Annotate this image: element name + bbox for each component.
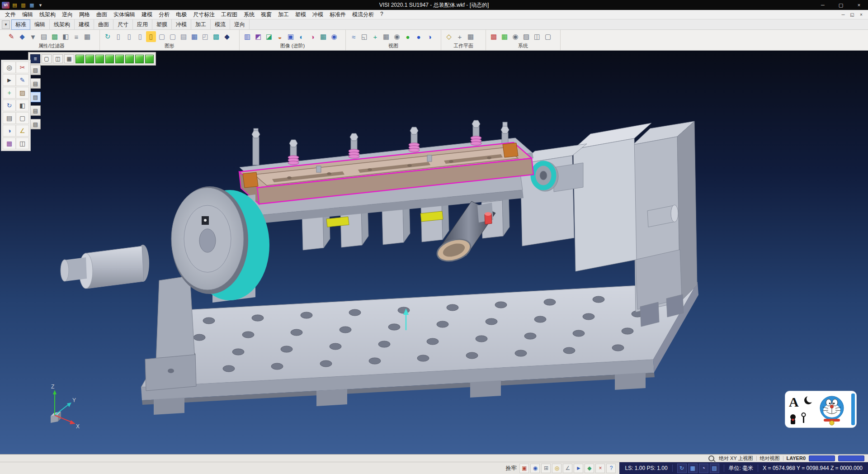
view-preset-button-2[interactable]: ▤	[30, 78, 41, 89]
tab-surface[interactable]: 曲面	[94, 19, 113, 30]
cylinder-display-active-icon[interactable]: ▯	[146, 31, 156, 42]
erase-tool-icon[interactable]: ▨	[16, 87, 29, 99]
solid-filter-icon[interactable]: ▦	[82, 31, 92, 42]
ucs-icon[interactable]: +	[455, 31, 465, 42]
tab-standard[interactable]: 标准	[11, 19, 30, 30]
attribute-brush-icon[interactable]: ◆	[17, 31, 27, 42]
tab-wireframe[interactable]: 线架构	[50, 19, 75, 30]
wire-filter-icon[interactable]: ≡	[71, 31, 81, 42]
shade-tool-icon[interactable]: ◑	[3, 125, 16, 137]
coord-lock-icon[interactable]: ▣	[519, 464, 529, 473]
sketch-tool-icon[interactable]: ✎	[16, 74, 29, 86]
cylinder-display-icon-1[interactable]: ▯	[113, 31, 123, 42]
cylinder-display-icon-2[interactable]: ▯	[124, 31, 134, 42]
menu-item[interactable]: 视窗	[258, 10, 275, 19]
axes-icon[interactable]: +	[370, 31, 380, 42]
angle-snap-icon[interactable]: ∠	[563, 464, 572, 473]
sheet-tool-icon[interactable]: ▢	[16, 112, 29, 124]
rendered-sphere-icon[interactable]: ●	[414, 31, 424, 42]
attributes-pencil-icon[interactable]: ✎	[6, 31, 16, 42]
image-tool-icon-1[interactable]: ▥	[242, 31, 252, 42]
sheet-icon-2[interactable]: ▢	[168, 31, 178, 42]
measure-tool-icon[interactable]: ∠	[16, 125, 29, 137]
workplane-icon[interactable]: ◇	[444, 31, 454, 42]
tab-machining[interactable]: 加工	[191, 19, 211, 30]
magnet-snap-icon[interactable]: ◎	[552, 464, 561, 473]
trim-tool-icon[interactable]: ✂	[16, 62, 29, 73]
minimize-button[interactable]: ─	[814, 0, 832, 10]
color-filter-icon[interactable]: ▩	[50, 31, 60, 42]
image-tool-icon-6[interactable]: ◐	[297, 31, 307, 42]
menu-item[interactable]: ?	[377, 10, 387, 19]
view-mode-label[interactable]: 绝对视图	[760, 455, 780, 462]
menu-item[interactable]: 线架构	[36, 10, 59, 19]
menu-item[interactable]: 标准件	[326, 10, 349, 19]
regenerate-icon[interactable]: ↻	[103, 31, 113, 42]
window-single-icon[interactable]: ▢	[42, 54, 52, 63]
refresh-coords-icon[interactable]: ↻	[677, 464, 687, 473]
image-tool-icon-9[interactable]: ◉	[329, 31, 339, 42]
menu-item[interactable]: 编辑	[19, 10, 36, 19]
grid-toggle-icon[interactable]: ▦	[688, 464, 698, 473]
view-preset-button-1[interactable]: ▤	[30, 65, 41, 75]
system-table-icon[interactable]: ◫	[532, 31, 542, 42]
menu-item[interactable]: 实体编辑	[110, 10, 138, 19]
menu-item[interactable]: 模流分析	[349, 10, 377, 19]
tab-dimension[interactable]: 尺寸	[113, 19, 133, 30]
clock-icon[interactable]: ◔	[699, 464, 708, 473]
image-tool-icon-2[interactable]: ◩	[253, 31, 263, 42]
tab-plastic[interactable]: 塑膜	[152, 19, 172, 30]
viewport-menu-icon[interactable]: ≡	[30, 54, 40, 63]
menu-item[interactable]: 建模	[138, 10, 156, 19]
child-close-button[interactable]: ×	[857, 12, 866, 17]
half-shade-icon[interactable]: ◑	[425, 31, 434, 42]
cylinder-display-icon-3[interactable]: ▯	[135, 31, 145, 42]
view-top-icon[interactable]	[85, 55, 94, 63]
snap-grid-icon[interactable]: ⊞	[541, 464, 551, 473]
new-document-icon[interactable]: ▤	[11, 1, 19, 9]
palette-tool-icon[interactable]: ▩	[3, 137, 16, 149]
layers-tool-icon[interactable]: ▤	[3, 112, 16, 124]
database-icon[interactable]: ▦	[189, 31, 199, 42]
track-icon[interactable]: ►	[574, 464, 583, 473]
system-doc-icon[interactable]: ▢	[543, 31, 553, 42]
maximize-button[interactable]: ▢	[832, 0, 850, 10]
menu-item[interactable]: 逆向	[59, 10, 76, 19]
view-preset-button-3[interactable]: ▤	[30, 92, 41, 102]
view-iso-icon[interactable]	[75, 55, 84, 63]
tab-moldflow[interactable]: 模流	[211, 19, 230, 30]
wave-analysis-icon[interactable]: ≈	[349, 31, 359, 42]
tab-edit[interactable]: 编辑	[30, 19, 50, 30]
window-split-icon[interactable]: ◫	[53, 54, 63, 63]
3d-viewport[interactable]: Z Y X ≡ ▢◫▦ ▤▤▤▤▤	[0, 51, 868, 454]
layers-toggle-icon[interactable]: ▤	[710, 464, 719, 473]
layer-filter-icon[interactable]: ▤	[39, 31, 49, 42]
cursor-icon[interactable]: ◉	[530, 464, 540, 473]
menu-item[interactable]: 工程图	[218, 10, 241, 19]
menu-item[interactable]: 尺寸标注	[190, 10, 218, 19]
menu-item[interactable]: 电极	[173, 10, 190, 19]
menu-item[interactable]: 冲模	[309, 10, 326, 19]
view-preset-button-5[interactable]: ▤	[30, 119, 41, 129]
menu-item[interactable]: 分析	[156, 10, 173, 19]
open-document-icon[interactable]: ▥	[19, 1, 27, 9]
view-axonometric-icon[interactable]	[145, 55, 154, 63]
child-minimize-button[interactable]: ─	[839, 12, 848, 17]
view-back-icon[interactable]	[105, 55, 114, 63]
menu-item[interactable]: 文件	[2, 10, 19, 19]
view-right-icon[interactable]	[125, 55, 134, 63]
menu-item[interactable]: 加工	[275, 10, 292, 19]
color-swatch-2[interactable]	[838, 455, 864, 461]
visibility-icon[interactable]: ◉	[392, 31, 402, 42]
base-plate[interactable]	[141, 282, 698, 415]
window-grid-icon[interactable]: ▦	[64, 54, 74, 63]
system-grid-icon[interactable]: ▨	[521, 31, 531, 42]
menu-item[interactable]: 系统	[241, 10, 258, 19]
move-tool-icon[interactable]: +	[3, 87, 16, 99]
modify-tool-icon[interactable]: ◧	[16, 100, 29, 111]
system-board-icon[interactable]: ▦	[500, 31, 509, 42]
image-tool-icon-5[interactable]: ▣	[286, 31, 296, 42]
tab-stamping[interactable]: 冲模	[172, 19, 191, 30]
sheet-icon-1[interactable]: ▢	[157, 31, 167, 42]
fit-view-icon[interactable]: ◱	[359, 31, 369, 42]
